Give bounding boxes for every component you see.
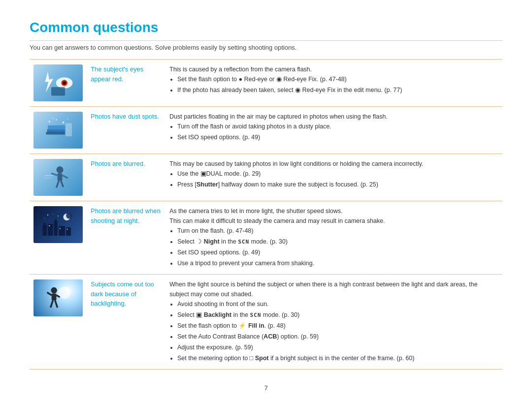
content-dust: Dust particles floating in the air may b… [166, 107, 502, 154]
svg-point-14 [57, 166, 64, 173]
svg-point-38 [58, 286, 70, 299]
table-row: The subject's eyes appear red. This is c… [30, 60, 502, 107]
svg-rect-4 [51, 87, 65, 96]
svg-point-10 [62, 122, 64, 123]
svg-point-39 [51, 287, 57, 294]
svg-line-16 [51, 173, 58, 175]
svg-rect-35 [49, 225, 50, 226]
bullets-backlight: Avoid shooting in front of the sun. Sele… [177, 299, 499, 363]
list-item: Turn off the flash or avoid taking photo… [177, 122, 499, 131]
svg-rect-29 [59, 226, 65, 236]
page-title: Common questions [30, 20, 502, 35]
svg-rect-40 [52, 293, 57, 300]
svg-point-34 [44, 218, 44, 218]
list-item: Set ISO speed options. (p. 49) [177, 132, 499, 142]
svg-line-44 [55, 300, 58, 308]
content-intro-backlight: When the light source is behind the subj… [169, 281, 477, 298]
content-intro-dust: Dust particles floating in the air may b… [169, 113, 388, 120]
list-item: Adjust the exposure. (p. 59) [177, 342, 499, 352]
image-cell-night [30, 201, 87, 275]
content-intro-night: As the camera tries to let in more light… [169, 208, 385, 224]
svg-point-23 [66, 213, 72, 219]
list-item: Set ISO speed options. (p. 49) [177, 247, 499, 257]
table-row: Photos have dust spots. Dust particles f… [30, 107, 502, 154]
svg-line-19 [61, 181, 64, 187]
list-item: If the photo has already been taken, sel… [177, 85, 499, 95]
svg-line-17 [62, 175, 67, 178]
svg-rect-30 [66, 227, 71, 236]
svg-point-9 [56, 119, 57, 121]
svg-rect-27 [54, 221, 58, 236]
list-item: Set the metering option to □ Spot if a b… [177, 353, 499, 363]
svg-rect-28 [55, 219, 57, 221]
label-backlight: Subjects come out too dark because of ba… [87, 275, 166, 370]
content-red-eye: This is caused by a reflection from the … [166, 60, 502, 107]
list-item: Press [Shutter] halfway down to make sur… [177, 180, 499, 189]
image-red-eye [33, 64, 83, 101]
table-row: Photos are blurred. This may be caused b… [30, 154, 502, 201]
svg-point-8 [49, 121, 51, 123]
bullets-red-eye: Set the flash option to ● Red-eye or ◉ R… [177, 74, 499, 95]
image-cell-dust [30, 107, 87, 154]
table-row: Photos are blurred when shooting at nigh… [30, 201, 502, 275]
svg-line-41 [47, 292, 52, 295]
list-item: Turn on the flash. (p. 47-48) [177, 226, 499, 236]
bullets-dust: Turn off the flash or avoid taking photo… [177, 122, 499, 142]
list-item: Use the ▣DUAL mode. (p. 29) [177, 169, 499, 179]
bullets-night: Turn on the flash. (p. 47-48) Select ☽ N… [177, 226, 499, 268]
svg-rect-15 [58, 173, 63, 181]
image-cell-red-eye [30, 60, 87, 107]
svg-point-12 [52, 118, 54, 119]
image-cell-blurred [30, 154, 87, 201]
svg-point-11 [67, 119, 68, 120]
page-number: 7 [30, 384, 502, 392]
image-blurred [33, 159, 83, 196]
svg-rect-7 [48, 125, 65, 130]
list-item: Set the flash option to ● Red-eye or ◉ R… [177, 74, 499, 84]
image-dust [33, 112, 83, 149]
list-item: Set the Auto Contrast Balance (ACB) opti… [177, 332, 499, 341]
label-dust: Photos have dust spots. [87, 107, 166, 154]
image-cell-backlight [30, 275, 87, 370]
list-item: Select ☽ Night in the SCN mode. (p. 30) [177, 237, 499, 247]
faq-table: The subject's eyes appear red. This is c… [30, 59, 502, 370]
svg-point-33 [58, 216, 59, 216]
list-item: Select ▣ Backlight in the SCN mode. (p. … [177, 310, 499, 320]
label-night: Photos are blurred when shooting at nigh… [87, 201, 166, 275]
content-intro-blurred: This may be caused by taking photos in l… [169, 160, 423, 167]
content-intro-red-eye: This is caused by a reflection from the … [169, 66, 312, 73]
svg-rect-25 [44, 223, 46, 225]
svg-rect-24 [43, 225, 47, 236]
label-blurred: Photos are blurred. [87, 154, 166, 201]
svg-rect-37 [67, 229, 68, 230]
content-blurred: This may be caused by taking photos in l… [166, 154, 502, 201]
content-night: As the camera tries to let in more light… [166, 201, 502, 275]
svg-point-32 [53, 213, 53, 214]
list-item: Avoid shooting in front of the sun. [177, 299, 499, 309]
title-divider [30, 40, 502, 41]
svg-line-43 [51, 300, 53, 308]
bullets-blurred: Use the ▣DUAL mode. (p. 29) Press [Shutt… [177, 169, 499, 189]
svg-rect-36 [60, 228, 61, 229]
label-red-eye: The subject's eyes appear red. [87, 60, 166, 107]
table-row: Subjects come out too dark because of ba… [30, 275, 502, 370]
content-backlight: When the light source is behind the subj… [166, 275, 502, 370]
list-item: Use a tripod to prevent your camera from… [177, 258, 499, 268]
svg-rect-13 [66, 123, 72, 137]
svg-point-3 [63, 81, 66, 85]
svg-line-18 [57, 181, 59, 188]
image-backlight [33, 279, 83, 316]
list-item: Set the flash option to ⚡ Fill in. (p. 4… [177, 321, 499, 331]
svg-rect-26 [48, 224, 53, 236]
page-subtitle: You can get answers to common questions.… [30, 44, 502, 51]
svg-point-31 [47, 215, 48, 216]
image-night [33, 206, 83, 243]
